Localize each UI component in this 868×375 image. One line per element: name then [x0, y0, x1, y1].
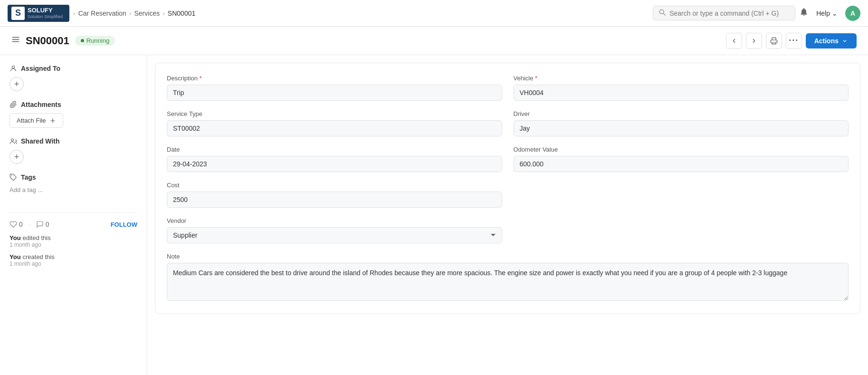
search-bar[interactable]: [653, 6, 795, 20]
breadcrumb-car-reservation[interactable]: Car Reservation: [78, 10, 126, 17]
tags-section: Tags Add a tag ...: [10, 173, 137, 193]
assigned-to-title: Assigned To: [10, 65, 137, 72]
form-row-2: Service Type Driver: [167, 110, 849, 136]
record-title: SN00001: [26, 35, 69, 47]
service-type-input[interactable]: [167, 120, 502, 136]
page-header-left: SN00001 Running: [11, 35, 115, 47]
note-section: Note Medium Cars are considered the best…: [167, 253, 849, 302]
cost-input[interactable]: [167, 192, 502, 208]
tags-title: Tags: [10, 173, 137, 181]
logo-text: SOLUFY Solution Simplified: [28, 7, 63, 19]
status-dot: [81, 39, 84, 42]
actions-button[interactable]: Actions: [806, 33, 857, 48]
attachments-title: Attachments: [10, 101, 137, 108]
driver-label: Driver: [514, 110, 849, 117]
form-row-1: Description * Vehicle *: [167, 75, 849, 101]
svg-point-4: [12, 66, 14, 68]
page-header-right: ··· Actions: [726, 33, 857, 49]
vendor-select[interactable]: Supplier Other: [167, 227, 502, 243]
add-shared-with-button[interactable]: +: [10, 150, 24, 164]
breadcrumb-services[interactable]: Services: [134, 10, 160, 17]
heart-icon: [10, 221, 17, 228]
logo[interactable]: S SOLUFY Solution Simplified: [8, 5, 69, 22]
activity-item: You created this 1 month ago: [10, 253, 137, 267]
comment-icon: [36, 221, 44, 228]
odometer-label: Odometer Value: [514, 146, 849, 153]
shared-with-title: Shared With: [10, 137, 137, 145]
date-input[interactable]: [167, 156, 502, 172]
assigned-to-section: Assigned To +: [10, 65, 137, 91]
odometer-group: Odometer Value: [514, 146, 849, 172]
person-icon: [10, 65, 17, 72]
note-label: Note: [167, 253, 849, 260]
svg-point-6: [11, 175, 12, 176]
comments-count[interactable]: 0: [36, 221, 49, 228]
bell-icon[interactable]: [799, 7, 809, 19]
description-group: Description *: [167, 75, 502, 101]
description-required: *: [200, 75, 202, 82]
more-options-button[interactable]: ···: [786, 33, 802, 49]
form-row-4: Cost: [167, 182, 849, 208]
main-panel: SN00001 Running ··· Actions: [0, 27, 868, 375]
vendor-group: Vendor Supplier Other: [167, 217, 502, 243]
logo-letter: S: [11, 7, 25, 20]
vehicle-required: *: [535, 75, 537, 82]
body-split: Assigned To + Attachments Attach File: [0, 55, 868, 375]
activity-item: You edited this 1 month ago: [10, 234, 137, 248]
breadcrumb-current: SN00001: [168, 10, 195, 17]
svg-point-3: [775, 41, 776, 41]
note-textarea[interactable]: Medium Cars are considered the best to d…: [167, 263, 849, 301]
nav-right: Help ⌄ A: [799, 6, 860, 21]
plus-icon: [49, 117, 56, 124]
help-button[interactable]: Help ⌄: [816, 10, 838, 17]
hamburger-icon[interactable]: [11, 35, 20, 46]
prev-button[interactable]: [726, 33, 742, 49]
likes-count[interactable]: 0: [10, 221, 23, 228]
page-header: SN00001 Running ··· Actions: [0, 27, 868, 55]
form-area: Description * Vehicle *: [147, 55, 868, 375]
next-button[interactable]: [746, 33, 762, 49]
description-input[interactable]: [167, 85, 502, 101]
date-label: Date: [167, 146, 502, 153]
form-row-5: Vendor Supplier Other: [167, 217, 849, 243]
vehicle-label: Vehicle *: [514, 75, 849, 82]
vendor-select-wrapper: Supplier Other: [167, 227, 502, 243]
content-area: SN00001 Running ··· Actions: [0, 27, 868, 375]
description-label: Description *: [167, 75, 502, 82]
top-navigation: S SOLUFY Solution Simplified › Car Reser…: [0, 0, 868, 27]
activity-section: 0 · 0 FOLLOW You edited this 1 month ago: [10, 212, 137, 272]
search-icon: [659, 9, 666, 17]
svg-line-1: [663, 13, 665, 15]
attachments-section: Attachments Attach File: [10, 101, 137, 128]
add-assignee-button[interactable]: +: [10, 77, 24, 91]
cost-label: Cost: [167, 182, 502, 189]
follow-button[interactable]: FOLLOW: [111, 221, 137, 228]
sidebar: Assigned To + Attachments Attach File: [0, 55, 147, 375]
vendor-label: Vendor: [167, 217, 502, 224]
status-badge: Running: [75, 36, 115, 46]
breadcrumb: › Car Reservation › Services › SN00001: [73, 10, 195, 17]
svg-point-5: [11, 139, 14, 141]
vehicle-group: Vehicle *: [514, 75, 849, 101]
tag-icon: [10, 173, 17, 181]
vehicle-input[interactable]: [514, 85, 849, 101]
driver-input[interactable]: [514, 120, 849, 136]
form-section: Description * Vehicle *: [155, 63, 860, 314]
shared-with-section: Shared With +: [10, 137, 137, 164]
driver-group: Driver: [514, 110, 849, 136]
avatar[interactable]: A: [845, 6, 860, 21]
add-tag-placeholder[interactable]: Add a tag ...: [10, 185, 43, 194]
service-type-label: Service Type: [167, 110, 502, 117]
activity-bar: 0 · 0 FOLLOW: [10, 221, 137, 228]
search-input[interactable]: [669, 10, 789, 17]
date-group: Date: [167, 146, 502, 172]
form-row-3: Date Odometer Value: [167, 146, 849, 172]
service-type-group: Service Type: [167, 110, 502, 136]
users-icon: [10, 137, 17, 145]
chevron-down-icon: ⌄: [832, 10, 838, 17]
attach-file-button[interactable]: Attach File: [10, 113, 63, 128]
print-button[interactable]: [766, 33, 782, 49]
cost-group: Cost: [167, 182, 502, 208]
paperclip-icon: [10, 101, 17, 108]
odometer-input[interactable]: [514, 156, 849, 172]
